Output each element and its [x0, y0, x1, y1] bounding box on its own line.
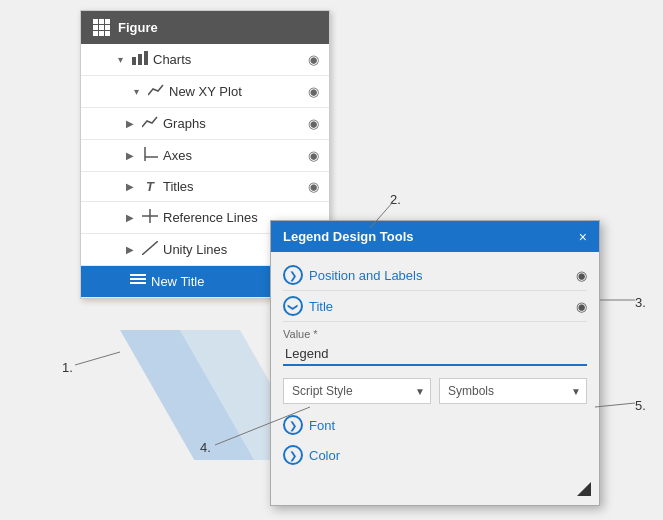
title-row[interactable]: Title ◉: [283, 291, 587, 322]
sidebar-item-axes[interactable]: ▶ Axes ◉: [81, 140, 329, 172]
expand-icon-font[interactable]: [283, 415, 303, 435]
dialog-close-button[interactable]: ×: [579, 230, 587, 244]
chevron-icon: ▶: [123, 181, 137, 192]
eye-icon-charts[interactable]: ◉: [308, 52, 319, 67]
new-xy-plot-label: New XY Plot: [169, 84, 304, 99]
expand-icon-position[interactable]: [283, 265, 303, 285]
corner-triangle-icon: [577, 482, 591, 496]
blue-arrow-shape: [100, 330, 280, 460]
value-input[interactable]: [283, 343, 587, 366]
svg-rect-9: [130, 278, 146, 280]
graphs-icon: [141, 115, 159, 132]
symbols-wrapper: Symbols None Default ▼: [439, 378, 587, 404]
svg-rect-2: [144, 51, 148, 65]
charts-label: Charts: [153, 52, 304, 67]
value-field-label: Value *: [283, 328, 587, 340]
unity-lines-icon: [141, 241, 159, 258]
reference-lines-icon: [141, 209, 159, 226]
svg-line-13: [75, 352, 120, 365]
decorative-shape: [100, 330, 280, 460]
eye-icon-axes[interactable]: ◉: [308, 148, 319, 163]
eye-icon-titles[interactable]: ◉: [308, 179, 319, 194]
grid-icon: [93, 19, 110, 36]
svg-rect-10: [130, 282, 146, 284]
expand-icon-title[interactable]: [283, 296, 303, 316]
dialog-footer: [271, 478, 599, 505]
script-style-select[interactable]: Script Style Normal Superscript Subscrip…: [283, 378, 431, 404]
chevron-icon: ▾: [113, 54, 127, 65]
panel-header: Figure: [81, 11, 329, 44]
svg-line-7: [142, 241, 158, 255]
chart-icon: [131, 51, 149, 68]
font-row[interactable]: Font: [283, 410, 587, 440]
titles-icon: T: [141, 179, 159, 194]
dialog-titlebar: Legend Design Tools ×: [271, 221, 599, 252]
annotation-1: 1.: [62, 360, 73, 375]
axes-label: Axes: [163, 148, 304, 163]
annotation-5: 5.: [635, 398, 646, 413]
sidebar-item-new-xy-plot[interactable]: ▾ New XY Plot ◉: [81, 76, 329, 108]
dropdowns-row: Script Style Normal Superscript Subscrip…: [283, 372, 587, 410]
eye-icon-graphs[interactable]: ◉: [308, 116, 319, 131]
chevron-icon: ▶: [123, 118, 137, 129]
sidebar-item-graphs[interactable]: ▶ Graphs ◉: [81, 108, 329, 140]
dialog-body: Position and Labels ◉ Title ◉ Value * Sc…: [271, 252, 599, 478]
font-label: Font: [309, 418, 587, 433]
panel-title: Figure: [118, 20, 158, 35]
chevron-icon: ▾: [129, 86, 143, 97]
annotation-3: 3.: [635, 295, 646, 310]
sidebar-item-titles[interactable]: ▶ T Titles ◉: [81, 172, 329, 202]
script-style-wrapper: Script Style Normal Superscript Subscrip…: [283, 378, 431, 404]
eye-icon-title[interactable]: ◉: [576, 299, 587, 314]
chevron-icon: ▶: [123, 150, 137, 161]
title-label: Title: [309, 299, 576, 314]
value-field-group: Value *: [283, 322, 587, 372]
position-labels-label: Position and Labels: [309, 268, 576, 283]
position-labels-row[interactable]: Position and Labels ◉: [283, 260, 587, 291]
svg-rect-8: [130, 274, 146, 276]
chevron-icon: ▶: [123, 244, 137, 255]
svg-marker-12: [180, 330, 280, 460]
eye-icon-xy-plot[interactable]: ◉: [308, 84, 319, 99]
symbols-select[interactable]: Symbols None Default: [439, 378, 587, 404]
svg-marker-11: [120, 330, 260, 460]
axes-icon: [141, 147, 159, 164]
graphs-label: Graphs: [163, 116, 304, 131]
titles-label: Titles: [163, 179, 304, 194]
svg-rect-0: [132, 57, 136, 65]
eye-icon-position[interactable]: ◉: [576, 268, 587, 283]
svg-rect-1: [138, 54, 142, 65]
sidebar-item-charts[interactable]: ▾ Charts ◉: [81, 44, 329, 76]
annotation-2: 2.: [390, 192, 401, 207]
color-row[interactable]: Color: [283, 440, 587, 470]
color-label: Color: [309, 448, 587, 463]
svg-line-17: [595, 403, 635, 407]
annotation-4: 4.: [200, 440, 211, 455]
legend-design-tools-dialog: Legend Design Tools × Position and Label…: [270, 220, 600, 506]
xy-plot-icon: [147, 83, 165, 100]
expand-icon-color[interactable]: [283, 445, 303, 465]
dialog-title: Legend Design Tools: [283, 229, 414, 244]
chevron-icon: ▶: [123, 212, 137, 223]
new-title-icon: [129, 273, 147, 290]
